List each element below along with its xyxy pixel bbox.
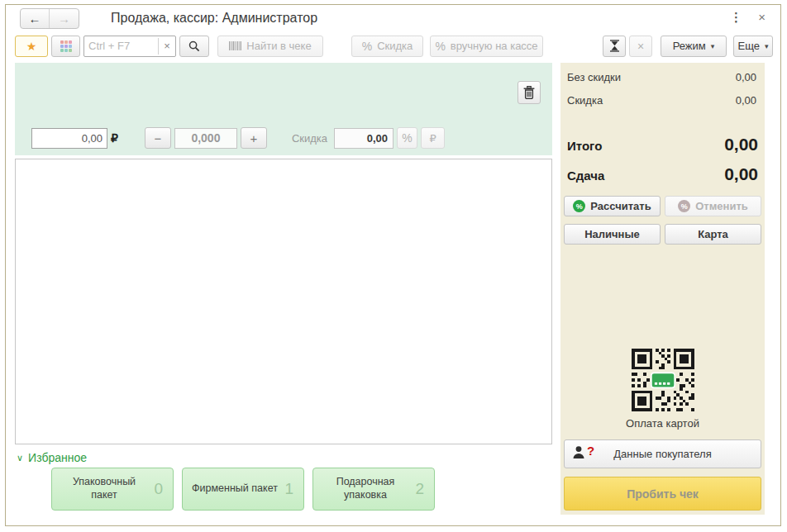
cancel-receipt-button[interactable]: × [629, 36, 652, 57]
discount-row: Скидка 0,00 [564, 94, 761, 107]
customer-data-button[interactable]: ? Данные покупателя [564, 439, 761, 468]
favorite-item-label: Фирменный пакет [192, 482, 278, 496]
customer-data-label: Данные покупателя [613, 448, 711, 460]
card-label: Карта [698, 228, 728, 240]
discount-ruble-button[interactable]: ₽ [421, 127, 445, 149]
find-in-receipt-label: Найти в чеке [246, 40, 311, 52]
quantity-value[interactable]: 0,000 [174, 128, 237, 149]
no-discount-value: 0,00 [736, 71, 756, 83]
window-close-button[interactable]: × [758, 12, 766, 23]
product-search-box: × [83, 36, 176, 57]
close-icon: × [758, 10, 766, 24]
ruble-icon: ₽ [429, 132, 436, 145]
percent-circle-icon: % [678, 200, 690, 212]
favorite-item-count: 1 [284, 480, 293, 498]
pos-window: ← → Продажа, кассир: Администратор ⋮ × ★… [5, 4, 781, 526]
forward-button[interactable]: → [50, 9, 79, 28]
favorite-item-count: 0 [154, 480, 163, 498]
back-arrow-icon: ← [29, 12, 41, 26]
magnifier-icon [188, 40, 200, 52]
change-label: Сдача [567, 169, 604, 183]
more-label: Еще [738, 40, 760, 52]
discount-button[interactable]: % Скидка [351, 36, 423, 57]
discount-label: Скидка [567, 94, 603, 107]
favorite-item-button[interactable]: Фирменный пакет 1 [182, 468, 304, 511]
favorite-item-label: Упаковочный пакет [60, 476, 148, 501]
star-icon: ★ [26, 40, 37, 53]
clear-search-button[interactable]: × [158, 38, 175, 55]
back-button[interactable]: ← [21, 9, 50, 28]
current-item-panel: ₽ − 0,000 + Скидка % ₽ [15, 63, 552, 155]
kebab-menu-icon: ⋮ [730, 10, 742, 24]
item-discount-label: Скидка [292, 132, 327, 145]
clear-icon: × [164, 40, 170, 52]
favorites-section-toggle[interactable]: ∨ Избранное [17, 451, 87, 464]
grid-icon [60, 40, 72, 52]
cancel-label: Отменить [695, 200, 748, 212]
no-discount-row: Без скидки 0,00 [564, 71, 761, 83]
payment-summary-panel: Без скидки 0,00 Скидка 0,00 Итого 0,00 С… [560, 63, 765, 515]
quantity-plus-button[interactable]: + [241, 127, 267, 149]
qr-code [564, 349, 761, 411]
delete-item-button[interactable] [518, 81, 541, 104]
total-row: Итого 0,00 [564, 135, 761, 154]
search-button[interactable] [179, 36, 209, 57]
page-title: Продажа, кассир: Администратор [111, 11, 317, 26]
minus-icon: − [155, 131, 162, 145]
favorite-item-count: 2 [415, 480, 424, 498]
receipt-items-list[interactable] [15, 159, 552, 444]
print-receipt-label: Пробить чек [627, 487, 699, 501]
cancel-calc-button[interactable]: % Отменить [665, 196, 761, 216]
favorite-item-button[interactable]: Подарочная упаковка 2 [312, 468, 435, 511]
forward-arrow-icon: → [58, 12, 70, 26]
card-payment-button[interactable]: Карта [665, 224, 761, 245]
ruble-sign: ₽ [111, 131, 118, 145]
window-menu-button[interactable]: ⋮ [730, 12, 742, 23]
customer-icon: ? [572, 445, 594, 459]
discount-value: 0,00 [736, 94, 756, 107]
favorites-header-label: Избранное [28, 451, 87, 464]
search-input[interactable] [84, 40, 158, 52]
calculate-label: Рассчитать [590, 200, 651, 212]
no-discount-label: Без скидки [567, 71, 621, 83]
discount-percent-button[interactable]: % [397, 127, 417, 149]
favorite-item-label: Подарочная упаковка [322, 476, 409, 501]
catalog-grid-button[interactable] [51, 36, 80, 57]
quantity-minus-button[interactable]: − [145, 127, 171, 149]
qr-caption: Оплата картой [564, 417, 761, 430]
total-label: Итого [567, 139, 602, 153]
total-value: 0,00 [724, 135, 758, 154]
postpone-receipt-button[interactable] [603, 36, 626, 57]
cash-payment-button[interactable]: Наличные [564, 224, 661, 245]
percent-icon: % [402, 131, 412, 145]
print-receipt-button[interactable]: Пробить чек [564, 477, 761, 511]
manual-discount-button[interactable]: % вручную на кассе [430, 36, 543, 57]
question-mark-icon: ? [587, 445, 594, 457]
barcode-icon [229, 41, 241, 50]
favorite-item-button[interactable]: Упаковочный пакет 0 [51, 468, 174, 511]
chevron-down-icon: ∨ [17, 453, 23, 463]
favorites-row: Упаковочный пакет 0 Фирменный пакет 1 По… [51, 468, 435, 511]
chevron-down-icon: ▾ [765, 42, 769, 50]
mode-dropdown-button[interactable]: Режим ▾ [661, 36, 727, 57]
price-input[interactable] [31, 128, 107, 149]
discount-button-label: Скидка [377, 40, 413, 52]
trash-icon [523, 86, 535, 99]
find-in-receipt-button[interactable]: Найти в чеке [217, 36, 323, 57]
calculate-button[interactable]: % Рассчитать [564, 196, 661, 216]
x-icon: × [637, 40, 644, 53]
favorites-toggle-button[interactable]: ★ [15, 36, 48, 57]
more-dropdown-button[interactable]: Еще ▾ [733, 36, 773, 57]
mode-label: Режим [673, 40, 706, 52]
chevron-down-icon: ▾ [711, 42, 715, 50]
percent-icon: % [435, 40, 445, 53]
person-icon [572, 445, 585, 459]
cash-label: Наличные [584, 228, 640, 240]
manual-discount-label: вручную на кассе [451, 40, 538, 52]
item-controls: ₽ − 0,000 + Скидка % ₽ [31, 127, 445, 149]
item-discount-input[interactable] [334, 128, 394, 149]
percent-icon: % [362, 40, 372, 53]
nav-history-group: ← → [20, 8, 79, 29]
toolbar: ★ × Найти в чеке % Скидка % вручную на к… [15, 35, 775, 57]
percent-circle-icon: % [573, 200, 585, 212]
